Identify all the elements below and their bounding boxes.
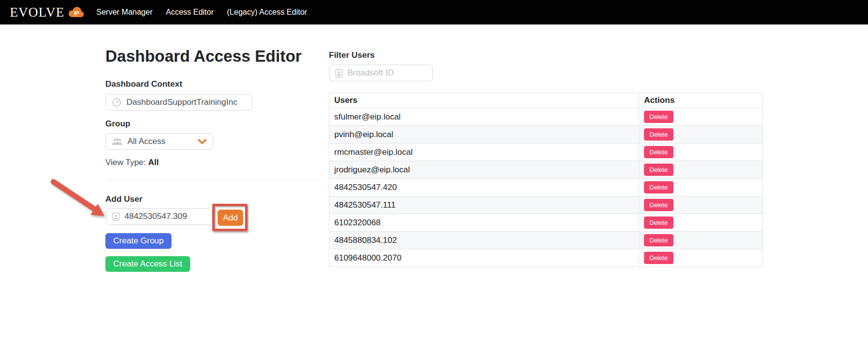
dashboard-access-editor-screen: EVOLVE IP Server ManagerAccess Editor(Le… bbox=[0, 0, 868, 360]
id-badge-icon bbox=[335, 69, 343, 78]
group-label: Group bbox=[105, 119, 130, 129]
dashboard-context-input[interactable]: DashboardSupportTrainingInc bbox=[105, 94, 252, 111]
table-row: pvinh@eip.localDelete bbox=[329, 126, 763, 144]
actions-cell: Delete bbox=[639, 232, 763, 249]
user-id-cell: 4845880834.102 bbox=[329, 232, 639, 249]
table-row: rmcmaster@eip.localDelete bbox=[329, 144, 763, 161]
chevron-down-icon bbox=[198, 139, 207, 145]
dashboard-context-value: DashboardSupportTrainingInc bbox=[126, 97, 237, 107]
actions-cell: Delete bbox=[639, 144, 763, 161]
users-table-body: sfulmer@eip.localDeletepvinh@eip.localDe… bbox=[329, 108, 763, 267]
user-id-cell: 4842530547.420 bbox=[329, 179, 639, 196]
filter-users-placeholder: Broadsoft ID bbox=[347, 68, 394, 78]
view-type-text: View Type: All bbox=[105, 158, 159, 168]
evolve-ip-logo[interactable]: EVOLVE IP bbox=[10, 6, 85, 19]
user-id-cell: 6102320068 bbox=[329, 214, 639, 232]
create-access-list-button[interactable]: Create Access List bbox=[105, 256, 190, 272]
group-select[interactable]: All Access bbox=[105, 133, 213, 150]
delete-button[interactable]: Delete bbox=[644, 216, 673, 229]
user-id-cell: 4842530547.111 bbox=[329, 196, 639, 214]
table-row: jrodriguez@eip.localDelete bbox=[329, 161, 763, 179]
add-user-label: Add User bbox=[105, 194, 143, 204]
section-divider bbox=[105, 180, 316, 180]
delete-button[interactable]: Delete bbox=[644, 181, 673, 193]
actions-cell: Delete bbox=[639, 214, 763, 232]
delete-button[interactable]: Delete bbox=[644, 146, 673, 158]
cloud-ip-logo-icon: IP bbox=[67, 6, 85, 19]
group-selected-value: All Access bbox=[127, 137, 165, 146]
logo-text: EVOLVE bbox=[10, 6, 65, 19]
users-icon bbox=[112, 138, 123, 146]
table-row: 6109648000.2070Delete bbox=[329, 249, 763, 267]
add-user-value: 4842530547.309 bbox=[124, 212, 187, 221]
table-row: 4842530547.420Delete bbox=[329, 179, 763, 196]
user-id-cell: sfulmer@eip.local bbox=[329, 108, 639, 126]
logo-badge-text: IP bbox=[74, 10, 78, 16]
add-user-input[interactable]: 4842530547.309 bbox=[106, 208, 212, 225]
view-type-value: All bbox=[148, 158, 159, 167]
user-id-cell: pvinh@eip.local bbox=[329, 126, 639, 144]
id-badge-icon bbox=[112, 212, 120, 221]
nav-item-server-manager[interactable]: Server Manager bbox=[97, 8, 153, 17]
gauge-icon bbox=[112, 97, 122, 107]
nav-item-legacy-access-editor[interactable]: (Legacy) Access Editor bbox=[227, 8, 307, 17]
nav-links: Server ManagerAccess Editor(Legacy) Acce… bbox=[97, 8, 307, 17]
users-column-header: Users bbox=[329, 93, 639, 108]
actions-cell: Delete bbox=[639, 196, 763, 214]
user-id-cell: 6109648000.2070 bbox=[329, 249, 639, 267]
delete-button[interactable]: Delete bbox=[644, 128, 673, 141]
actions-cell: Delete bbox=[639, 126, 763, 144]
user-id-cell: jrodriguez@eip.local bbox=[329, 161, 639, 179]
actions-cell: Delete bbox=[639, 249, 763, 267]
add-button[interactable]: Add bbox=[218, 210, 243, 226]
view-type-label: View Type: bbox=[105, 158, 146, 167]
delete-button[interactable]: Delete bbox=[644, 164, 673, 176]
actions-column-header: Actions bbox=[639, 93, 763, 108]
delete-button[interactable]: Delete bbox=[644, 252, 673, 264]
delete-button[interactable]: Delete bbox=[644, 234, 673, 246]
red-arrow-annotation bbox=[48, 174, 114, 225]
table-row: 4842530547.111Delete bbox=[329, 196, 763, 214]
table-header-row: Users Actions bbox=[329, 93, 763, 108]
dashboard-context-label: Dashboard Context bbox=[105, 79, 182, 89]
users-table: Users Actions sfulmer@eip.localDeletepvi… bbox=[329, 93, 763, 267]
delete-button[interactable]: Delete bbox=[644, 199, 673, 211]
user-id-cell: rmcmaster@eip.local bbox=[329, 144, 639, 161]
page-title: Dashboard Access Editor bbox=[105, 47, 301, 66]
table-row: sfulmer@eip.localDelete bbox=[329, 108, 763, 126]
filter-users-label: Filter Users bbox=[329, 50, 375, 60]
table-row: 6102320068Delete bbox=[329, 214, 763, 232]
create-group-button[interactable]: Create Group bbox=[105, 233, 172, 249]
top-navbar: EVOLVE IP Server ManagerAccess Editor(Le… bbox=[0, 0, 868, 24]
delete-button[interactable]: Delete bbox=[644, 111, 673, 123]
table-row: 4845880834.102Delete bbox=[329, 232, 763, 249]
actions-cell: Delete bbox=[639, 161, 763, 179]
nav-item-access-editor[interactable]: Access Editor bbox=[166, 8, 214, 17]
actions-cell: Delete bbox=[639, 179, 763, 196]
actions-cell: Delete bbox=[639, 108, 763, 126]
filter-users-input[interactable]: Broadsoft ID bbox=[329, 65, 433, 81]
